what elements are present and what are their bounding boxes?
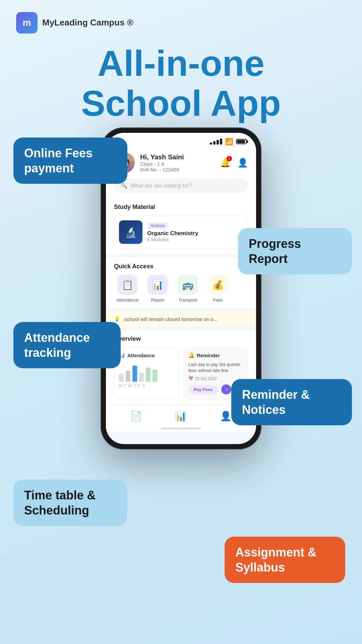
home-bar — [161, 428, 201, 429]
attendance-days: M T W T F S — [119, 384, 174, 388]
wifi-icon: 📶 — [225, 138, 233, 146]
battery-icon — [236, 139, 247, 144]
nav-profile-icon[interactable]: 👤 — [220, 411, 232, 422]
quick-item-transport[interactable]: 🚌 Transport — [174, 275, 201, 303]
bubble-reminder: Reminder & Notices — [231, 379, 352, 425]
fees-icon-box: 💰 — [208, 275, 228, 295]
study-material-title: Study Material — [114, 204, 248, 211]
report-label: Report — [151, 298, 164, 303]
announcement-text: school will remain closed tomorrow on o.… — [124, 316, 218, 322]
quick-access-section: Quick Access 📋 Attendance 📊 Report 🚌 Tra… — [106, 258, 256, 308]
bubble-progress: Progress Report — [238, 228, 352, 274]
search-bar: 🔍 What are you looking for? — [106, 178, 256, 198]
bubble-attendance: Attendance tracking — [13, 322, 121, 368]
search-input[interactable]: 🔍 What are you looking for? — [114, 178, 248, 193]
reminder-arrow-button[interactable]: › — [221, 384, 231, 394]
study-thumbnail: 🔬 — [119, 220, 142, 244]
reminder-body: Last day to pay 3rd quarter fees without… — [188, 362, 243, 374]
att-card-title: 📊 Attendance — [119, 352, 174, 358]
attendance-icon-box: 📋 — [117, 275, 137, 295]
study-card[interactable]: 🔬 Science Organic Chemistry 6 Modules — [114, 215, 248, 249]
announcement-banner: 💡 school will remain closed tomorrow on … — [106, 311, 256, 327]
user-info: Hi, Yash Saini Class - 1 A Roll No. - 12… — [140, 153, 213, 172]
user-roll: Roll No. - 123456 — [140, 167, 213, 172]
quick-icons-row: 📋 Attendance 📊 Report 🚌 Transport 💰 Fees — [114, 275, 248, 303]
attendance-chart — [119, 362, 174, 382]
bubble-fees: Online Fees payment — [13, 138, 127, 184]
title-line1: All-in-one School App — [0, 44, 362, 123]
logo-icon: m — [16, 12, 38, 34]
search-icon: 🔍 — [121, 182, 127, 189]
notification-badge: 1 — [227, 156, 232, 161]
quick-item-attendance[interactable]: 📋 Attendance — [114, 275, 141, 303]
logo-text: MyLeading Campus ® — [42, 17, 133, 29]
notification-button[interactable]: 🔔 1 — [219, 156, 232, 169]
announcement-emoji: 💡 — [114, 316, 120, 322]
nav-home-icon[interactable]: 📄 — [130, 411, 142, 422]
transport-icon-box: 🚌 — [178, 275, 198, 295]
fees-label: Fees — [213, 298, 223, 303]
status-bar: 41 📶 — [106, 133, 256, 148]
pay-fees-button[interactable]: Pay Fees — [188, 385, 218, 394]
quick-item-fees[interactable]: 💰 Fees — [204, 275, 231, 303]
study-info: Science Organic Chemistry 6 Modules — [147, 222, 198, 242]
rem-card-title: 🔔 Reminder — [188, 352, 243, 358]
signal-icon — [210, 139, 222, 145]
quick-item-report[interactable]: 📊 Report — [144, 275, 171, 303]
calendar-icon: 📅 — [188, 376, 193, 381]
rem-icon: 🔔 — [188, 352, 195, 358]
home-indicator — [106, 425, 256, 432]
search-placeholder: What are you looking for? — [131, 183, 192, 189]
logo-area: m MyLeading Campus ® — [16, 12, 133, 34]
bubble-timetable: Time table & Scheduling — [13, 480, 127, 526]
main-title: All-in-one School App — [0, 44, 362, 123]
study-material-section: Study Material 🔬 Science Organic Chemist… — [106, 198, 256, 254]
bubble-assignment: Assignment & Syllabus — [225, 537, 345, 583]
course-name: Organic Chemistry — [147, 230, 198, 237]
transport-label: Transport — [178, 298, 197, 303]
overview-cards: 📊 Attendance M — [114, 347, 248, 399]
attendance-card: 📊 Attendance M — [114, 347, 179, 399]
report-icon-box: 📊 — [147, 275, 168, 295]
user-name: Hi, Yash Saini — [140, 153, 213, 161]
header-icons: 🔔 1 👤 — [219, 156, 248, 169]
quick-access-title: Quick Access — [114, 263, 248, 270]
attendance-label: Attendance — [116, 298, 138, 303]
subject-tag: Science — [147, 223, 168, 229]
course-modules: 6 Modules — [147, 237, 198, 242]
profile-icon[interactable]: 👤 — [237, 158, 248, 168]
nav-chart-icon[interactable]: 📊 — [175, 411, 187, 422]
reminder-date: 📅 23 Oct 2023 — [188, 376, 243, 381]
overview-title: Overview — [114, 335, 248, 342]
app-header: 🧑 Hi, Yash Saini Class - 1 A Roll No. - … — [106, 148, 256, 178]
user-class: Class - 1 A — [140, 161, 213, 167]
status-icons: 📶 — [210, 138, 247, 146]
